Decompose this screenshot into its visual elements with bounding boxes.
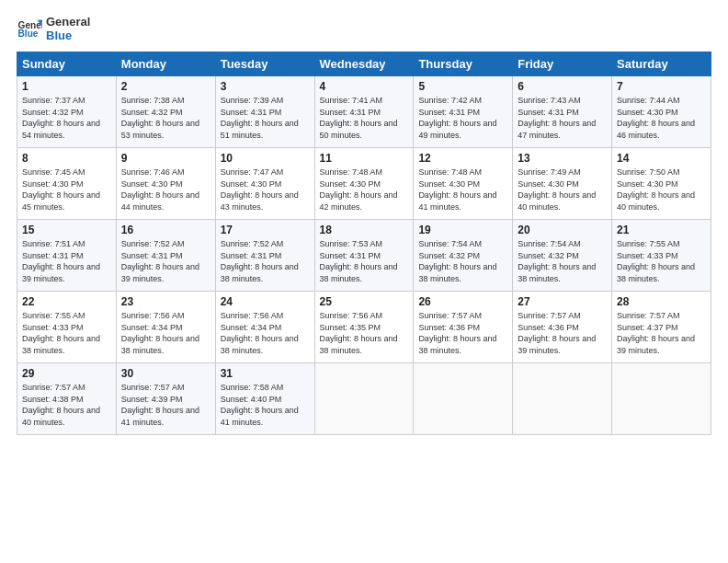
calendar-cell: 20Sunrise: 7:54 AMSunset: 4:32 PMDayligh… bbox=[513, 220, 612, 292]
calendar-cell: 13Sunrise: 7:49 AMSunset: 4:30 PMDayligh… bbox=[513, 148, 612, 220]
cell-sunrise: Sunrise: 7:37 AMSunset: 4:32 PMDaylight:… bbox=[22, 96, 100, 140]
calendar-cell: 10Sunrise: 7:47 AMSunset: 4:30 PMDayligh… bbox=[215, 148, 314, 220]
calendar-cell: 23Sunrise: 7:56 AMSunset: 4:34 PMDayligh… bbox=[116, 292, 215, 363]
calendar-cell: 12Sunrise: 7:48 AMSunset: 4:30 PMDayligh… bbox=[414, 148, 513, 220]
cell-sunrise: Sunrise: 7:38 AMSunset: 4:32 PMDaylight:… bbox=[121, 96, 199, 140]
day-number: 9 bbox=[121, 152, 210, 165]
calendar-cell: 21Sunrise: 7:55 AMSunset: 4:33 PMDayligh… bbox=[612, 220, 711, 292]
calendar-cell: 16Sunrise: 7:52 AMSunset: 4:31 PMDayligh… bbox=[116, 220, 215, 292]
day-number: 21 bbox=[617, 224, 706, 236]
logo-general: General bbox=[46, 15, 90, 29]
col-header-friday: Friday bbox=[513, 52, 612, 76]
week-row-3: 15Sunrise: 7:51 AMSunset: 4:31 PMDayligh… bbox=[17, 220, 711, 292]
calendar-cell bbox=[612, 363, 711, 435]
week-row-2: 8Sunrise: 7:45 AMSunset: 4:30 PMDaylight… bbox=[17, 148, 711, 220]
calendar-cell: 29Sunrise: 7:57 AMSunset: 4:38 PMDayligh… bbox=[17, 363, 117, 435]
day-number: 23 bbox=[121, 295, 210, 308]
cell-sunrise: Sunrise: 7:55 AMSunset: 4:33 PMDaylight:… bbox=[617, 239, 695, 283]
day-number: 12 bbox=[418, 152, 507, 165]
day-number: 14 bbox=[617, 152, 706, 165]
day-number: 5 bbox=[418, 80, 507, 93]
col-header-thursday: Thursday bbox=[414, 52, 513, 76]
col-header-tuesday: Tuesday bbox=[215, 52, 314, 76]
cell-sunrise: Sunrise: 7:42 AMSunset: 4:31 PMDaylight:… bbox=[418, 96, 496, 140]
day-number: 17 bbox=[221, 224, 310, 236]
calendar-cell: 19Sunrise: 7:54 AMSunset: 4:32 PMDayligh… bbox=[414, 220, 513, 292]
calendar-cell: 1Sunrise: 7:37 AMSunset: 4:32 PMDaylight… bbox=[17, 76, 117, 148]
day-number: 2 bbox=[121, 80, 210, 93]
day-number: 30 bbox=[121, 367, 210, 380]
calendar-cell: 25Sunrise: 7:56 AMSunset: 4:35 PMDayligh… bbox=[314, 292, 414, 363]
cell-sunrise: Sunrise: 7:48 AMSunset: 4:30 PMDaylight:… bbox=[320, 167, 398, 212]
calendar-cell: 9Sunrise: 7:46 AMSunset: 4:30 PMDaylight… bbox=[116, 148, 215, 220]
day-number: 16 bbox=[121, 224, 210, 236]
cell-sunrise: Sunrise: 7:57 AMSunset: 4:39 PMDaylight:… bbox=[121, 383, 199, 427]
day-number: 11 bbox=[320, 152, 409, 165]
cell-sunrise: Sunrise: 7:57 AMSunset: 4:36 PMDaylight:… bbox=[418, 311, 496, 355]
col-header-monday: Monday bbox=[116, 52, 215, 76]
cell-sunrise: Sunrise: 7:57 AMSunset: 4:38 PMDaylight:… bbox=[22, 383, 100, 427]
day-number: 15 bbox=[22, 224, 111, 236]
cell-sunrise: Sunrise: 7:54 AMSunset: 4:32 PMDaylight:… bbox=[518, 239, 596, 283]
calendar-cell: 18Sunrise: 7:53 AMSunset: 4:31 PMDayligh… bbox=[314, 220, 414, 292]
cell-sunrise: Sunrise: 7:48 AMSunset: 4:30 PMDaylight:… bbox=[418, 167, 496, 212]
cell-sunrise: Sunrise: 7:58 AMSunset: 4:40 PMDaylight:… bbox=[221, 383, 299, 427]
cell-sunrise: Sunrise: 7:55 AMSunset: 4:33 PMDaylight:… bbox=[22, 311, 100, 355]
col-header-saturday: Saturday bbox=[612, 52, 711, 76]
day-number: 1 bbox=[22, 80, 111, 93]
day-number: 8 bbox=[22, 152, 111, 165]
day-number: 19 bbox=[418, 224, 507, 236]
calendar-cell: 6Sunrise: 7:43 AMSunset: 4:31 PMDaylight… bbox=[513, 76, 612, 148]
header: General Blue General Blue bbox=[17, 15, 711, 42]
calendar-cell: 8Sunrise: 7:45 AMSunset: 4:30 PMDaylight… bbox=[17, 148, 117, 220]
cell-sunrise: Sunrise: 7:56 AMSunset: 4:34 PMDaylight:… bbox=[221, 311, 299, 355]
day-number: 25 bbox=[320, 295, 409, 308]
cell-sunrise: Sunrise: 7:54 AMSunset: 4:32 PMDaylight:… bbox=[418, 239, 496, 283]
day-number: 31 bbox=[221, 367, 310, 380]
day-number: 13 bbox=[518, 152, 607, 165]
cell-sunrise: Sunrise: 7:56 AMSunset: 4:35 PMDaylight:… bbox=[320, 311, 398, 355]
day-number: 4 bbox=[320, 80, 409, 93]
week-row-4: 22Sunrise: 7:55 AMSunset: 4:33 PMDayligh… bbox=[17, 292, 711, 363]
calendar-cell bbox=[414, 363, 513, 435]
day-number: 18 bbox=[320, 224, 409, 236]
cell-sunrise: Sunrise: 7:51 AMSunset: 4:31 PMDaylight:… bbox=[22, 239, 100, 283]
week-row-5: 29Sunrise: 7:57 AMSunset: 4:38 PMDayligh… bbox=[17, 363, 711, 435]
calendar-table: SundayMondayTuesdayWednesdayThursdayFrid… bbox=[17, 52, 711, 435]
cell-sunrise: Sunrise: 7:41 AMSunset: 4:31 PMDaylight:… bbox=[320, 96, 398, 140]
day-number: 20 bbox=[518, 224, 607, 236]
cell-sunrise: Sunrise: 7:52 AMSunset: 4:31 PMDaylight:… bbox=[221, 239, 299, 283]
calendar-cell: 31Sunrise: 7:58 AMSunset: 4:40 PMDayligh… bbox=[215, 363, 314, 435]
calendar-cell: 17Sunrise: 7:52 AMSunset: 4:31 PMDayligh… bbox=[215, 220, 314, 292]
calendar-cell: 14Sunrise: 7:50 AMSunset: 4:30 PMDayligh… bbox=[612, 148, 711, 220]
cell-sunrise: Sunrise: 7:50 AMSunset: 4:30 PMDaylight:… bbox=[617, 167, 695, 212]
day-number: 26 bbox=[418, 295, 507, 308]
day-number: 28 bbox=[617, 295, 706, 308]
calendar-cell bbox=[513, 363, 612, 435]
calendar-cell: 11Sunrise: 7:48 AMSunset: 4:30 PMDayligh… bbox=[314, 148, 414, 220]
cell-sunrise: Sunrise: 7:46 AMSunset: 4:30 PMDaylight:… bbox=[121, 167, 199, 212]
cell-sunrise: Sunrise: 7:44 AMSunset: 4:30 PMDaylight:… bbox=[617, 96, 695, 140]
calendar-cell: 30Sunrise: 7:57 AMSunset: 4:39 PMDayligh… bbox=[116, 363, 215, 435]
day-number: 7 bbox=[617, 80, 706, 93]
calendar-cell bbox=[314, 363, 414, 435]
calendar-cell: 27Sunrise: 7:57 AMSunset: 4:36 PMDayligh… bbox=[513, 292, 612, 363]
col-header-sunday: Sunday bbox=[17, 52, 117, 76]
col-header-wednesday: Wednesday bbox=[314, 52, 414, 76]
cell-sunrise: Sunrise: 7:57 AMSunset: 4:37 PMDaylight:… bbox=[617, 311, 695, 355]
calendar-cell: 2Sunrise: 7:38 AMSunset: 4:32 PMDaylight… bbox=[116, 76, 215, 148]
calendar-page: General Blue General Blue SundayMondayTu… bbox=[0, 0, 728, 563]
logo: General Blue General Blue bbox=[17, 15, 90, 42]
calendar-cell: 22Sunrise: 7:55 AMSunset: 4:33 PMDayligh… bbox=[17, 292, 117, 363]
day-number: 10 bbox=[221, 152, 310, 165]
day-number: 22 bbox=[22, 295, 111, 308]
calendar-cell: 5Sunrise: 7:42 AMSunset: 4:31 PMDaylight… bbox=[414, 76, 513, 148]
calendar-cell: 26Sunrise: 7:57 AMSunset: 4:36 PMDayligh… bbox=[414, 292, 513, 363]
logo-icon: General Blue bbox=[17, 16, 42, 41]
cell-sunrise: Sunrise: 7:52 AMSunset: 4:31 PMDaylight:… bbox=[121, 239, 199, 283]
day-number: 24 bbox=[221, 295, 310, 308]
calendar-cell: 7Sunrise: 7:44 AMSunset: 4:30 PMDaylight… bbox=[612, 76, 711, 148]
logo-blue: Blue bbox=[46, 29, 90, 42]
cell-sunrise: Sunrise: 7:39 AMSunset: 4:31 PMDaylight:… bbox=[221, 96, 299, 140]
cell-sunrise: Sunrise: 7:43 AMSunset: 4:31 PMDaylight:… bbox=[518, 96, 596, 140]
